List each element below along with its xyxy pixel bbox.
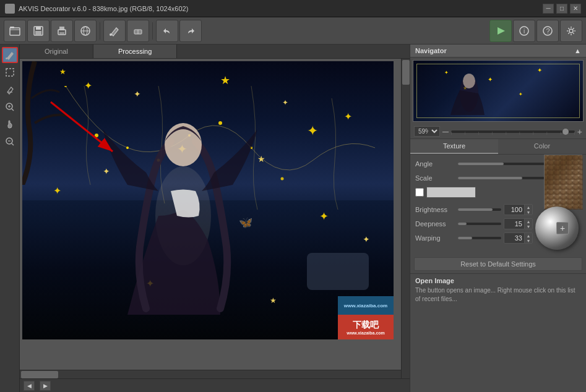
- preferences-button[interactable]: [560, 20, 582, 42]
- deepness-input[interactable]: [504, 219, 524, 228]
- zoom-button[interactable]: [2, 134, 18, 150]
- sphere-preview-area: +: [533, 204, 581, 252]
- zoom-in-nav-button[interactable]: +: [577, 127, 582, 137]
- deepness-label: Deepness: [415, 220, 455, 228]
- brightness-row: Brightness ▲ ▼: [415, 204, 533, 215]
- toolbar-separator-1: [100, 22, 100, 40]
- eraser-button[interactable]: [127, 20, 149, 42]
- canvas-area: Original Processing ✦ ✦ ★ ✦ ✦ ✦ ★ ✦ ✦ ✦: [20, 45, 410, 392]
- deepness-slider[interactable]: [458, 223, 501, 225]
- help-button[interactable]: ?: [536, 20, 559, 42]
- color-checkbox[interactable]: [415, 188, 424, 197]
- navigator-header: Navigator ▲: [410, 45, 586, 58]
- original-tab[interactable]: Original: [20, 45, 93, 58]
- app-icon: [5, 4, 15, 14]
- canvas-bottom-bar: ◀ ▶: [20, 378, 410, 392]
- deepness-spin-up[interactable]: ▲: [525, 219, 532, 224]
- info-button[interactable]: i: [513, 20, 535, 42]
- reset-defaults-button[interactable]: Reset to Default Settings: [414, 257, 582, 271]
- canvas-nav-left[interactable]: ◀: [24, 381, 35, 391]
- open-button[interactable]: [4, 20, 26, 42]
- vertical-scrollbar[interactable]: [401, 59, 410, 378]
- main-area: Original Processing ✦ ✦ ★ ✦ ✦ ✦ ★ ✦ ✦ ✦: [0, 45, 586, 392]
- web-button[interactable]: [74, 20, 97, 42]
- zoom-bar: 59% 25% 50% 100% ─ | | | | | | | | |: [410, 124, 586, 139]
- angle-slider[interactable]: [458, 163, 549, 165]
- brightness-input[interactable]: [504, 205, 524, 214]
- warping-spin-down[interactable]: ▼: [525, 238, 532, 243]
- texture-preview-image[interactable]: [544, 155, 582, 209]
- svg-line-24: [12, 109, 14, 111]
- svg-point-43: [463, 74, 475, 88]
- lower-settings: Brightness ▲ ▼: [410, 202, 586, 255]
- canvas-nav-right[interactable]: ▶: [40, 381, 51, 391]
- eraser-tool-button[interactable]: [2, 82, 18, 98]
- open-image-section: Open Image The button opens an image... …: [410, 273, 586, 307]
- brightness-slider[interactable]: [458, 208, 501, 211]
- svg-text:?: ?: [546, 27, 550, 35]
- zoom-in-button[interactable]: [2, 99, 18, 115]
- deepness-value-box: ▲ ▼: [504, 218, 533, 229]
- right-panel: Navigator ▲ ✦ ✦ ★ ✦ ✦: [410, 45, 586, 392]
- deepness-spin-down[interactable]: ▼: [525, 224, 532, 229]
- svg-point-37: [281, 177, 284, 181]
- processing-tab[interactable]: Processing: [93, 45, 177, 58]
- svg-rect-7: [59, 32, 64, 34]
- brightness-spin-down[interactable]: ▼: [525, 210, 532, 215]
- navigator-preview: ✦ ✦ ★ ✦ ✦: [413, 60, 584, 122]
- paint-button[interactable]: [103, 20, 126, 42]
- redo-button[interactable]: [179, 20, 202, 42]
- maximize-button[interactable]: □: [556, 4, 567, 14]
- color-tab[interactable]: Color: [498, 139, 586, 154]
- svg-marker-14: [498, 27, 505, 35]
- svg-rect-3: [36, 27, 41, 30]
- run-button[interactable]: [489, 20, 512, 42]
- svg-point-19: [569, 29, 573, 33]
- svg-text:i: i: [524, 28, 525, 35]
- minimize-button[interactable]: ─: [543, 4, 554, 14]
- warping-input[interactable]: [504, 234, 524, 242]
- lower-sliders: Brightness ▲ ▼: [415, 204, 533, 252]
- horizontal-scrollbar[interactable]: [20, 370, 401, 378]
- svg-rect-4: [35, 31, 41, 35]
- deepness-row: Deepness ▲ ▼: [415, 218, 533, 229]
- angle-label: Angle: [415, 160, 455, 168]
- svg-point-39: [165, 123, 202, 166]
- texture-tab[interactable]: Texture: [410, 139, 498, 154]
- print-button[interactable]: [51, 20, 73, 42]
- svg-rect-1: [10, 27, 14, 28]
- watermark-red: 下载吧 www.xiazaiba.com: [338, 315, 394, 339]
- add-texture-button[interactable]: +: [556, 222, 569, 234]
- window-title: AKVIS Decorator v.6.0 - 838kmo.jpg (RGB/…: [19, 5, 188, 12]
- svg-rect-47: [545, 155, 583, 210]
- tools-panel: [0, 45, 20, 392]
- zoom-select[interactable]: 59% 25% 50% 100%: [414, 126, 440, 137]
- select-tool-button[interactable]: [2, 64, 18, 80]
- svg-rect-6: [59, 27, 64, 30]
- svg-rect-21: [6, 69, 14, 76]
- canvas-viewport[interactable]: ✦ ✦ ★ ✦ ✦ ✦ ★ ✦ ✦ ✦ ★ ✦ ✦ ✦ ★: [20, 59, 410, 378]
- navigator-collapse-button[interactable]: ▲: [574, 47, 581, 54]
- warping-slider[interactable]: [458, 237, 501, 239]
- brightness-value-box: ▲ ▼: [504, 204, 533, 215]
- watermark-blue: www.xiazaiba.com: [338, 296, 394, 315]
- hand-tool-button[interactable]: [2, 116, 18, 132]
- close-button[interactable]: ✕: [570, 4, 581, 14]
- main-toolbar: i ?: [0, 17, 586, 45]
- save-button[interactable]: [27, 20, 50, 42]
- brightness-label: Brightness: [415, 206, 455, 213]
- color-swatch[interactable]: [426, 187, 476, 198]
- texture-color-tabs: Texture Color: [410, 139, 586, 155]
- zoom-slider[interactable]: | | | | | | | | | |: [451, 130, 575, 133]
- brush-tool-button[interactable]: [2, 47, 18, 63]
- warping-row: Warping ▲ ▼: [415, 232, 533, 244]
- warping-value-box: ▲ ▼: [504, 232, 533, 244]
- warping-spin-up[interactable]: ▲: [525, 233, 532, 238]
- svg-rect-0: [10, 28, 20, 35]
- svg-point-11: [110, 33, 112, 36]
- scale-slider[interactable]: [458, 177, 549, 179]
- zoom-out-button[interactable]: ─: [442, 127, 449, 137]
- open-image-title: Open Image: [415, 277, 581, 284]
- undo-button[interactable]: [156, 20, 178, 42]
- brightness-spin-up[interactable]: ▲: [525, 205, 532, 210]
